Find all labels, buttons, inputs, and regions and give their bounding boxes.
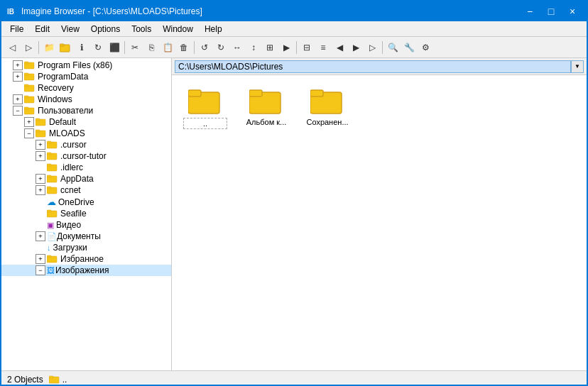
tb-info[interactable]: ℹ (74, 40, 89, 55)
svg-rect-27 (47, 187, 51, 189)
tree-item-mloads[interactable]: − MLOADS (1, 128, 171, 139)
address-input[interactable] (175, 60, 571, 73)
expander-cursor[interactable]: + (36, 140, 45, 150)
file-item-album[interactable]: Альбом к... (241, 84, 291, 129)
tb-copy[interactable]: ⎘ (143, 40, 159, 55)
svg-rect-35 (249, 90, 262, 96)
status-folder-label: .. (62, 375, 67, 385)
file-item-parent[interactable]: .. (180, 84, 230, 132)
svg-text:IB: IB (7, 8, 14, 16)
expander-users[interactable]: − (13, 106, 23, 116)
tb-flip-v[interactable]: ↕ (246, 40, 261, 55)
close-button[interactable]: × (562, 4, 582, 18)
svg-rect-37 (310, 90, 323, 96)
tree-label-programdata: ProgramData (38, 72, 88, 82)
tree-item-recovery[interactable]: Recovery (1, 82, 171, 94)
tb-wrench[interactable]: 🔧 (401, 40, 417, 55)
tree-panel[interactable]: + Program Files (x86) + ProgramData Reco… (1, 58, 172, 370)
tree-item-windows[interactable]: + Windows (1, 94, 171, 105)
tree-item-users[interactable]: − Пользователи (1, 105, 171, 116)
tb-play[interactable]: ▷ (364, 40, 380, 55)
titlebar: IB Imagine Browser - [C:\Users\MLOADS\Pi… (1, 1, 587, 21)
tree-label-documents: Документы (57, 231, 101, 241)
tb-rotate-right[interactable]: ↻ (213, 40, 229, 55)
menu-help[interactable]: Help (199, 23, 228, 35)
expander-favorites[interactable]: + (36, 254, 45, 264)
svg-rect-21 (47, 153, 51, 155)
folder-icon (24, 84, 36, 92)
expander-default[interactable]: + (24, 117, 34, 127)
menu-tools[interactable]: Tools (126, 23, 157, 35)
menu-edit[interactable]: Edit (29, 23, 55, 35)
tree-label-onedrive: OneDrive (58, 197, 94, 207)
tb-back[interactable]: ◁ (4, 40, 20, 55)
svg-rect-9 (24, 84, 28, 87)
menu-options[interactable]: Options (85, 23, 126, 35)
tb-paste[interactable]: 📋 (160, 40, 175, 55)
tb-thumb[interactable]: ⊞ (262, 40, 278, 55)
tb-sep-3 (194, 41, 195, 54)
tb-cut[interactable]: ✂ (127, 40, 143, 55)
tree-label-recovery: Recovery (38, 83, 74, 93)
tb-folder-open[interactable]: 📁 (41, 40, 57, 55)
expander-ccnet[interactable]: + (36, 185, 45, 195)
svg-rect-11 (24, 96, 28, 98)
images-icon: 🖼 (47, 266, 55, 275)
expander-cursor-tutor[interactable]: + (36, 151, 45, 161)
expander-images[interactable]: − (36, 265, 45, 275)
expander-windows[interactable]: + (13, 94, 23, 104)
file-label-parent: .. (183, 118, 227, 129)
tree-item-idlerc[interactable]: .idlerc (1, 162, 171, 173)
tree-item-seafile[interactable]: Seafile (1, 208, 171, 219)
folder-icon (47, 186, 58, 194)
tree-item-favorites[interactable]: + Избранное (1, 253, 171, 265)
expander-placeholder (36, 220, 45, 230)
file-item-saved[interactable]: Сохранен... (303, 84, 352, 129)
tb-settings[interactable]: ⚙ (418, 40, 433, 55)
tree-item-default[interactable]: + Default (1, 116, 171, 128)
tb-next[interactable]: ▶ (348, 40, 364, 55)
tb-delete[interactable]: 🗑 (176, 40, 192, 55)
expander-documents[interactable]: + (36, 231, 45, 241)
tree-item-onedrive[interactable]: ☁ OneDrive (1, 196, 171, 208)
titlebar-controls: − □ × (520, 4, 582, 18)
svg-rect-39 (49, 376, 53, 378)
maximize-button[interactable]: □ (541, 4, 561, 18)
tb-list[interactable]: ≡ (315, 40, 331, 55)
svg-rect-25 (47, 175, 51, 177)
tree-item-appdata[interactable]: + AppData (1, 173, 171, 184)
expander-mloads[interactable]: − (24, 128, 34, 138)
tree-label-images: Изображения (55, 265, 109, 275)
tree-item-programdata[interactable]: + ProgramData (1, 71, 171, 82)
expander-appdata[interactable]: + (36, 174, 45, 184)
tree-item-video[interactable]: ▣ Видео (1, 219, 171, 231)
expander-program-files-x86[interactable]: + (13, 60, 23, 70)
tb-slideshow[interactable]: ▶ (278, 40, 294, 55)
tb-folder-up[interactable] (58, 40, 73, 55)
tb-rotate-left[interactable]: ↺ (197, 40, 212, 55)
expander-programdata[interactable]: + (13, 72, 23, 82)
tree-item-cursor-tutor[interactable]: + .cursor-tutor (1, 150, 171, 162)
file-panel: ▼ .. (172, 58, 587, 370)
menu-window[interactable]: Window (157, 23, 199, 35)
tree-item-images[interactable]: − 🖼 Изображения (1, 265, 171, 276)
tb-forward[interactable]: ▷ (21, 40, 36, 55)
tree-item-program-files-x86[interactable]: + Program Files (x86) (1, 60, 171, 71)
tree-item-ccnet[interactable]: + ccnet (1, 184, 171, 196)
tb-grid[interactable]: ⊟ (299, 40, 315, 55)
tree-item-documents[interactable]: + 📄 Документы (1, 231, 171, 242)
tb-refresh[interactable]: ↻ (90, 40, 106, 55)
minimize-button[interactable]: − (520, 4, 540, 18)
svg-rect-7 (24, 73, 28, 75)
tb-flip-h[interactable]: ↔ (229, 40, 245, 55)
menu-view[interactable]: View (55, 23, 85, 35)
tree-item-downloads[interactable]: ↓ Загрузки (1, 242, 171, 253)
address-dropdown-button[interactable]: ▼ (571, 60, 584, 73)
tb-prev[interactable]: ◀ (332, 40, 347, 55)
download-icon: ↓ (47, 243, 51, 252)
tb-stop[interactable]: ⬛ (107, 40, 122, 55)
tree-item-cursor[interactable]: + .cursor (1, 139, 171, 150)
tree-label-favorites: Избранное (60, 254, 104, 264)
menu-file[interactable]: File (4, 23, 29, 35)
tb-zoom-in[interactable]: 🔍 (385, 40, 401, 55)
